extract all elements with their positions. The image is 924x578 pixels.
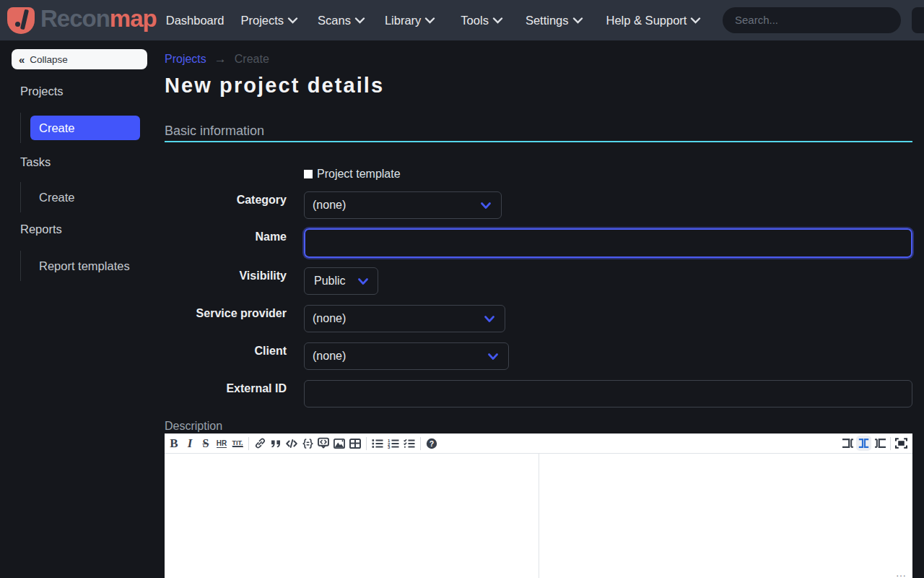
svg-text:?: ?: [430, 439, 434, 447]
svg-text:3: 3: [388, 445, 391, 449]
